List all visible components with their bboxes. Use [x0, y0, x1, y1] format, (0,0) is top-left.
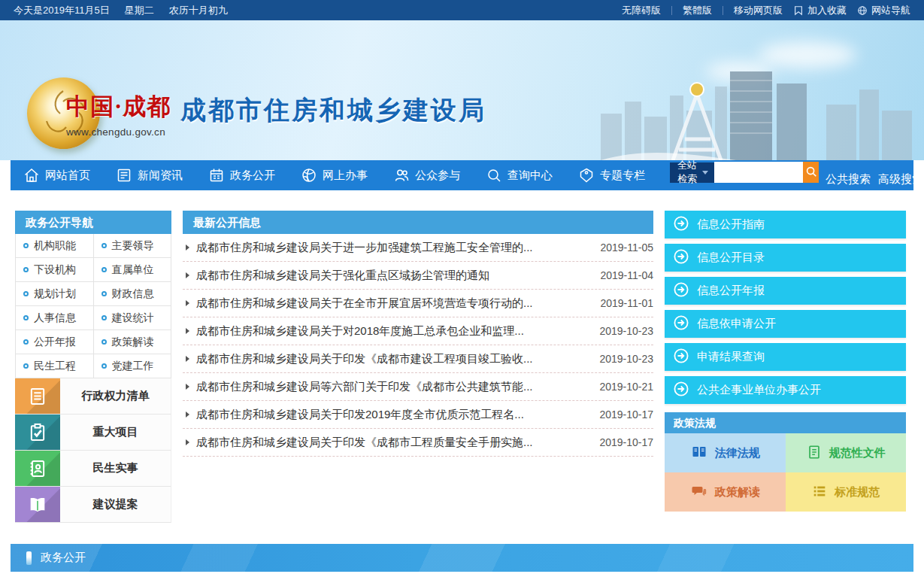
sidebar-item-dangjiangongzuo[interactable]: 党建工作: [94, 354, 172, 378]
bullet-icon: [23, 315, 29, 320]
search-input[interactable]: [714, 162, 803, 183]
nav-item-news[interactable]: 新闻资讯: [115, 166, 183, 184]
news-title: 成都市住房和城乡建设局关于对2018年度施工总承包企业和监理...: [196, 324, 590, 339]
news-item[interactable]: 成都市住房和城乡建设局关于强化重点区域扬尘管理的通知2019-11-04: [183, 262, 653, 290]
quicklink-info-catalog[interactable]: 信息公开目录: [665, 244, 906, 272]
sidebar-item-zhuyaolingdao[interactable]: 主要领导: [94, 234, 172, 258]
sidebar-item-caizhengxinxi[interactable]: 财政信息: [94, 282, 172, 306]
quicklink-annual-report[interactable]: 信息公开年报: [665, 277, 906, 305]
site-title: 成都市住房和城乡建设局: [180, 93, 486, 128]
globe-icon: [300, 166, 318, 184]
divider: [723, 6, 723, 15]
people-icon: [392, 166, 410, 184]
sidebar-item-xiashejigou[interactable]: 下设机构: [16, 258, 94, 282]
feature-suggestions-proposals[interactable]: 建议提案: [15, 487, 171, 523]
news-item[interactable]: 成都市住房和城乡建设局关于印发《成都市工程质量安全手册实施...2019-10-…: [183, 429, 653, 457]
circle-arrow-icon: [673, 215, 689, 234]
sidebar-item-gongkainianbao[interactable]: 公开年报: [16, 330, 94, 354]
policy-grid: 法律法规 规范性文件 政策解读 标准规范: [665, 433, 906, 512]
accessible-version-link[interactable]: 无障碍版: [622, 4, 661, 17]
sidebar-link-grid: 机构职能 主要领导 下设机构 直属单位 规划计划 财政信息 人事信息 建设统计 …: [15, 234, 171, 378]
news-item[interactable]: 成都市住房和城乡建设局关于对2018年度施工总承包企业和监理...2019-10…: [183, 317, 653, 345]
add-favorite-link[interactable]: 加入收藏: [793, 4, 847, 17]
policy-interpretation[interactable]: 政策解读: [665, 472, 786, 512]
main-content: 政务公开导航 机构职能 主要领导 下设机构 直属单位 规划计划 财政信息 人事信…: [15, 211, 906, 523]
traditional-chinese-link[interactable]: 繁體版: [683, 4, 712, 17]
search-scope-select[interactable]: 全站检索: [670, 162, 714, 183]
sidebar-item-jigouzhineng[interactable]: 机构职能: [16, 234, 94, 258]
policy-normative-documents[interactable]: 规范性文件: [786, 433, 907, 472]
public-search-link[interactable]: 公共搜索: [826, 172, 871, 187]
news-date: 2019-10-17: [599, 408, 653, 421]
policy-standards-specs[interactable]: 标准规范: [786, 472, 907, 512]
bullet-icon: [23, 291, 29, 296]
policy-panel-title: 政策法规: [665, 412, 906, 433]
site-search: 全站检索: [670, 162, 819, 183]
arrow-bullet-icon: [186, 411, 189, 418]
news-date: 2019-10-23: [599, 353, 653, 365]
circle-arrow-icon: [673, 248, 689, 267]
arrow-bullet-icon: [186, 328, 189, 334]
feature-livelihood-matters[interactable]: 民生实事: [15, 451, 171, 487]
section-marker-icon: [26, 551, 32, 565]
news-item[interactable]: 成都市住房和城乡建设局等六部门关于印发《成都市公共建筑节能...2019-10-…: [183, 373, 653, 401]
advanced-search-link[interactable]: 高级搜索: [878, 172, 923, 187]
chat-icon: [690, 482, 708, 503]
sidebar: 政务公开导航 机构职能 主要领导 下设机构 直属单位 规划计划 财政信息 人事信…: [15, 211, 171, 523]
news-item[interactable]: 成都市住房和城乡建设局关于在全市开展宜居环境营造专项行动的...2019-11-…: [183, 290, 653, 317]
sidebar-item-renshixinxi[interactable]: 人事信息: [16, 306, 94, 330]
nav-item-gov-info[interactable]: 政务公开: [208, 166, 275, 184]
news-icon: [115, 166, 133, 184]
books-icon: [690, 443, 708, 463]
arrow-bullet-icon: [186, 439, 189, 445]
news-item[interactable]: 成都市住房和城乡建设局关于进一步加强建筑工程施工安全管理的...2019-11-…: [183, 234, 653, 262]
header-banner: 中国·成都 www.chengdu.gov.cn 成都市住房和城乡建设局: [0, 20, 924, 160]
circle-arrow-icon: [673, 314, 689, 333]
sidebar-item-zhishudanwei[interactable]: 直属单位: [94, 258, 172, 282]
tag-icon: [577, 166, 595, 184]
sidebar-item-guihuajihua[interactable]: 规划计划: [16, 282, 94, 306]
sidebar-item-jianshetongji[interactable]: 建设统计: [94, 306, 172, 330]
nav-item-query-center[interactable]: 查询中心: [485, 166, 553, 184]
policy-laws-regulations[interactable]: 法律法规: [665, 433, 786, 472]
feature-major-projects[interactable]: 重大项目: [15, 415, 171, 451]
quicklink-public-enterprise-affairs[interactable]: 公共企事业单位办事公开: [665, 376, 906, 404]
site-nav-link[interactable]: 网站导航: [857, 4, 910, 17]
mobile-version-link[interactable]: 移动网页版: [734, 4, 783, 17]
news-title: 成都市住房和城乡建设局关于印发2019年度全市优质示范工程名...: [196, 408, 590, 422]
nav-item-home[interactable]: 网站首页: [23, 166, 90, 184]
latest-info-panel: 最新公开信息 成都市住房和城乡建设局关于进一步加强建筑工程施工安全管理的...2…: [183, 211, 653, 457]
news-date: 2019-11-01: [600, 297, 653, 309]
news-item[interactable]: 成都市住房和城乡建设局关于印发《成都市建设工程项目竣工验收...2019-10-…: [183, 345, 653, 373]
nav-item-public-participation[interactable]: 公众参与: [392, 166, 460, 184]
calendar-icon: [208, 166, 226, 184]
policy-regulations-panel: 政策法规 法律法规 规范性文件 政策解读 标准规范: [665, 412, 906, 512]
news-date: 2019-10-23: [599, 325, 653, 337]
nav-item-online-services[interactable]: 网上办事: [300, 166, 368, 184]
search-button[interactable]: [803, 162, 819, 183]
bullet-icon: [101, 243, 107, 248]
lunar-date: 农历十月初九: [169, 4, 228, 17]
quicklink-info-guide[interactable]: 信息公开指南: [665, 211, 906, 238]
quicklink-request-result-query[interactable]: 申请结果查询: [665, 343, 906, 371]
info-disclosure-panel: 信息公开指南 信息公开目录 信息公开年报 信息依申请公开 申请结果查询 公共企事…: [665, 211, 906, 512]
quicklink-disclosure-by-request[interactable]: 信息依申请公开: [665, 310, 906, 338]
bullet-icon: [101, 291, 107, 296]
weekday: 星期二: [125, 4, 154, 17]
bullet-icon: [101, 339, 107, 345]
globe-icon: [857, 5, 868, 16]
search-icon: [804, 165, 818, 181]
sidebar-item-minshenggongcheng[interactable]: 民生工程: [16, 354, 94, 378]
feature-admin-power-list[interactable]: 行政权力清单: [15, 378, 171, 415]
news-item[interactable]: 成都市住房和城乡建设局关于印发2019年度全市优质示范工程名...2019-10…: [183, 401, 653, 429]
bullet-icon: [101, 267, 107, 272]
bullet-icon: [23, 363, 29, 369]
arrow-bullet-icon: [186, 300, 189, 306]
nav-item-special-topics[interactable]: 专题专栏: [577, 166, 645, 184]
arrow-bullet-icon: [186, 244, 189, 251]
news-title: 成都市住房和城乡建设局关于印发《成都市建设工程项目竣工验收...: [196, 352, 590, 366]
sidebar-item-zhengcejiedu[interactable]: 政策解读: [94, 330, 172, 354]
news-title: 成都市住房和城乡建设局关于强化重点区域扬尘管理的通知: [196, 269, 591, 283]
search-links: 公共搜索 高级搜索: [826, 172, 923, 187]
city-skyline-image: [601, 41, 924, 160]
